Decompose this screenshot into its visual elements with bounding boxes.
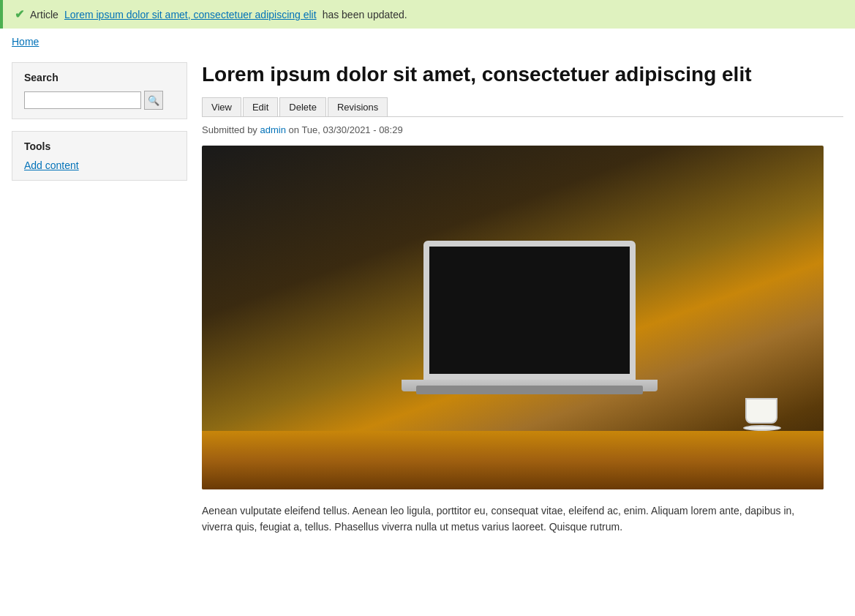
search-input[interactable] [24, 91, 141, 109]
banner-message-prefix: Article [30, 9, 59, 20]
article-image [202, 146, 824, 489]
laptop-screen [423, 241, 636, 380]
search-form: 🔍 [24, 91, 175, 110]
search-block: Search 🔍 [12, 62, 187, 119]
tab-revisions[interactable]: Revisions [328, 97, 388, 116]
main-content: Lorem ipsum dolor sit amet, consectetuer… [202, 62, 843, 535]
breadcrumb: Home [0, 29, 855, 55]
check-icon: ✔ [15, 7, 24, 21]
tab-edit[interactable]: Edit [243, 97, 278, 116]
meta-prefix: Submitted by [202, 124, 257, 135]
laptop-illustration [402, 241, 679, 446]
search-label: Search [24, 72, 175, 83]
meta-suffix: on Tue, 03/30/2021 - 08:29 [289, 124, 403, 135]
banner-article-link[interactable]: Lorem ipsum dolor sit amet, consectetuer… [64, 9, 317, 20]
article-body: Aenean vulputate eleifend tellus. Aenean… [202, 503, 824, 536]
tools-label: Tools [24, 140, 175, 152]
search-button[interactable]: 🔍 [144, 91, 163, 110]
page-layout: Search 🔍 Tools Add content Lorem ipsum d… [0, 55, 855, 542]
saucer [743, 425, 781, 431]
tools-block: Tools Add content [12, 131, 187, 181]
author-link[interactable]: admin [260, 124, 286, 135]
sidebar: Search 🔍 Tools Add content [12, 62, 187, 192]
cup-body [745, 398, 777, 424]
tab-view[interactable]: View [202, 97, 241, 116]
success-banner: ✔ Article Lorem ipsum dolor sit amet, co… [0, 0, 855, 29]
tab-bar: View Edit Delete Revisions [202, 97, 843, 117]
tab-delete[interactable]: Delete [279, 97, 326, 116]
banner-message-suffix: has been updated. [323, 9, 407, 20]
search-icon: 🔍 [148, 95, 159, 106]
home-link[interactable]: Home [12, 36, 39, 48]
article-meta: Submitted by admin on Tue, 03/30/2021 - … [202, 124, 843, 135]
laptop-keyboard [416, 386, 643, 394]
coffee-cup [743, 391, 780, 431]
article-title: Lorem ipsum dolor sit amet, consectetuer… [202, 62, 843, 87]
add-content-link[interactable]: Add content [24, 159, 79, 171]
